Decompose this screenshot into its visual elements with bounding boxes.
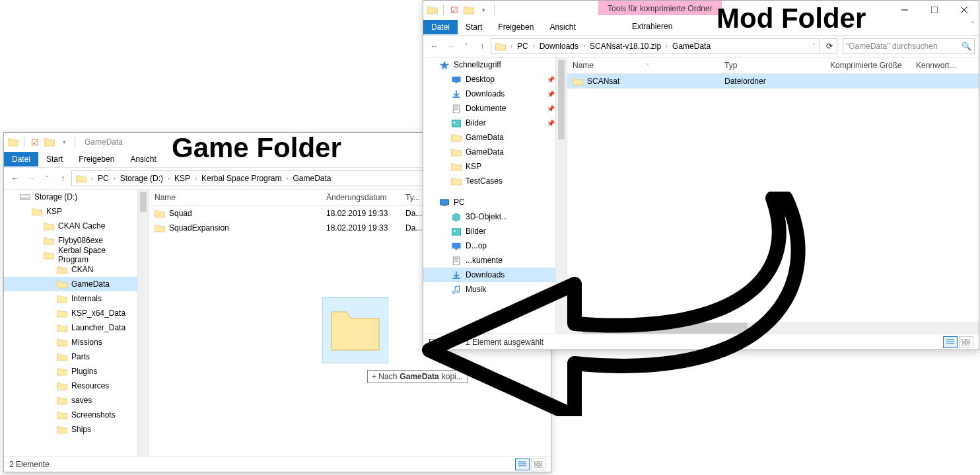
nav-pane[interactable]: SchnellzugriffDesktop📌Downloads📌Dokument… [423,57,567,334]
nav-item[interactable]: PC [423,195,567,209]
nav-item[interactable]: Downloads [423,268,567,282]
ribbon-tab-file[interactable]: Datei [4,152,38,166]
folder-icon [57,367,67,376]
col-type[interactable]: Typ [719,61,825,70]
nav-item[interactable]: CKAN Cache [4,219,149,233]
breadcrumb[interactable]: KSP [172,174,193,183]
minimize-button[interactable] [890,1,919,19]
nav-item[interactable]: Dokumente📌 [423,101,567,116]
ribbon-tab-share[interactable]: Freigeben [490,20,542,34]
breadcrumb[interactable]: GameData [290,174,333,183]
nav-item[interactable]: Schnellzugriff [423,57,567,72]
ribbon-tab-start[interactable]: Start [38,152,71,166]
nav-recent-icon[interactable]: ˅ [40,171,54,186]
breadcrumb[interactable]: Downloads [537,42,581,51]
nav-item[interactable]: Missions [4,335,149,349]
maximize-button[interactable] [919,1,949,19]
ribbon-tab-view[interactable]: Ansicht [542,20,583,34]
ribbon-tab-file[interactable]: Datei [423,20,458,34]
address-bar[interactable]: › PC› Downloads› SCANsat-v18.10.zip› Gam… [491,38,820,54]
contextual-tab-extract[interactable]: Extrahieren [632,22,672,31]
nav-item[interactable]: Parts [4,349,149,364]
breadcrumb[interactable]: Storage (D:) [118,174,166,183]
nav-item[interactable]: Desktop📌 [423,72,567,87]
search-input[interactable]: "GameData" durchsuchen🔍 [843,38,975,54]
nav-item[interactable]: D...op [423,238,567,253]
breadcrumb[interactable]: PC [95,174,112,183]
nav-item[interactable]: saves [4,393,149,408]
qat-dropdown-icon[interactable]: ▾ [478,5,489,15]
nav-item[interactable]: GameData [423,145,567,159]
col-name[interactable]: Name˄ [567,61,719,70]
ribbon-tab-start[interactable]: Start [458,20,490,34]
status-bar: Element 1 Element ausgewählt [423,334,979,349]
nav-item[interactable]: CKAN [4,262,149,277]
breadcrumb[interactable]: Kerbal Space Program [199,174,284,183]
scrollbar-vertical[interactable] [555,57,567,334]
scrollbar-vertical[interactable] [137,190,149,456]
qat-properties-icon[interactable]: ☑ [449,5,460,15]
col-size[interactable]: Komprimierte Größe [825,61,911,70]
contextual-tab-zip[interactable]: Tools für komprimierte Ordner [598,1,722,15]
ribbon-tab-view[interactable]: Ansicht [122,152,164,166]
nav-back-icon[interactable]: ← [427,39,442,54]
nav-item[interactable]: Kerbal Space Program [4,248,149,262]
nav-recent-icon[interactable]: ˅ [459,39,473,54]
nav-item[interactable]: Storage (D:) [4,190,149,204]
col-date[interactable]: Änderungsdatum [321,193,400,202]
breadcrumb[interactable]: GameData [670,42,713,51]
nav-item[interactable]: Resources [4,379,149,393]
nav-item[interactable]: Plugins [4,364,149,379]
nav-item[interactable]: 3D-Objekt... [423,209,567,224]
view-details-icon[interactable] [943,336,958,348]
qat-newfolder-icon[interactable] [464,5,474,15]
nav-pane[interactable]: Storage (D:)KSPCKAN CacheFlyby086exeKerb… [4,190,149,456]
nav-item[interactable]: Internals [4,291,149,306]
breadcrumb[interactable]: PC [514,42,531,51]
file-list[interactable]: SCANsatDateiordner [567,74,979,322]
col-name[interactable]: Name [149,193,321,202]
nav-item[interactable]: Musik [423,282,567,297]
col-password[interactable]: Kennwortg... [911,61,963,70]
nav-item[interactable]: Launcher_Data [4,320,149,335]
nav-item[interactable]: KSP [4,204,149,219]
folder-icon [57,295,67,303]
nav-up-icon[interactable]: ↑ [55,171,70,186]
nav-item-label: CKAN Cache [58,221,105,231]
qat-newfolder-icon[interactable] [44,137,55,147]
nav-item[interactable]: GameData [4,277,149,291]
nav-item[interactable]: ...kumente [423,253,567,268]
nav-item[interactable]: Bilder📌 [423,116,567,130]
nav-forward-icon[interactable]: → [24,171,38,186]
svg-rect-15 [967,339,970,342]
nav-item[interactable]: Screenshots [4,408,149,422]
search-icon[interactable]: 🔍 [962,42,971,51]
nav-back-icon[interactable]: ← [8,171,22,186]
breadcrumb[interactable]: SCANsat-v18.10.zip [587,42,664,51]
view-details-icon[interactable] [515,458,530,470]
ribbon-collapse-icon[interactable]: ˅ [971,20,975,29]
nav-item[interactable]: Bilder [423,224,567,238]
refresh-icon[interactable]: ⟳ [822,38,837,54]
scrollbar-horizontal[interactable]: ‹ [567,322,979,334]
folder-icon [32,207,42,216]
nav-item[interactable]: Ships [4,422,149,437]
nav-item[interactable]: KSP [423,159,567,174]
close-button[interactable] [949,1,979,19]
column-headers[interactable]: Name˄ Typ Komprimierte Größe Kennwortg..… [567,57,979,74]
nav-item[interactable]: KSP_x64_Data [4,306,149,320]
nav-item[interactable]: TestCases [423,174,567,188]
qat-dropdown-icon[interactable]: ▾ [59,137,69,147]
nav-item-label: KSP [466,162,481,171]
view-icons-icon[interactable] [531,458,545,470]
nav-forward-icon[interactable]: → [443,39,458,54]
nav-item[interactable]: GameData [423,130,567,145]
file-date: 18.02.2019 19:33 [321,223,400,233]
qat-properties-icon[interactable]: ☑ [30,137,40,147]
nav-up-icon[interactable]: ↑ [475,39,489,54]
nav-item[interactable]: Downloads📌 [423,87,567,101]
view-icons-icon[interactable] [959,336,973,348]
table-row[interactable]: SCANsatDateiordner [567,74,979,89]
3d-icon [451,213,462,221]
ribbon-tab-share[interactable]: Freigeben [71,152,122,166]
